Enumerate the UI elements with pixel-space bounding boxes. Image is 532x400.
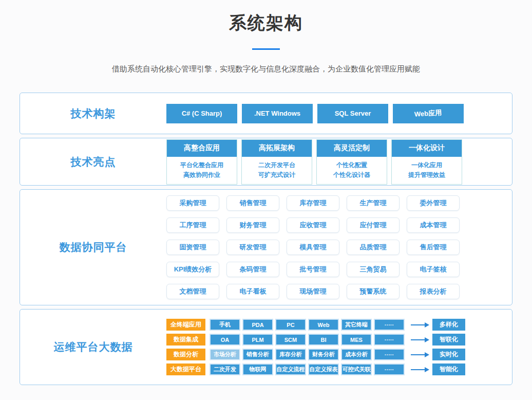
module-chip-batch: 批号管理 [287, 262, 339, 277]
module-chip-cost: 成本管理 [407, 217, 460, 233]
highlight-card-body: 一体化应用 提升管理效益 [392, 157, 462, 184]
module-chip-inventory: 库存管理 [287, 195, 339, 211]
ops-item: BI [308, 334, 339, 346]
module-chip-quality: 品质管理 [347, 240, 400, 255]
ops-item: 物联网 [242, 363, 273, 375]
ops-item: 可控式关联 [341, 363, 372, 375]
right-arrow-icon [411, 354, 425, 355]
section-data-platform: 数据协同平台 采购管理 销售管理 库存管理 生产管理 委外管理 工序管理 财务管… [20, 189, 512, 305]
module-chip-rd: 研发管理 [226, 240, 279, 255]
ops-item: 自定义流程 [275, 363, 306, 375]
ops-row-bigdata: 大数据平台 二次开发 物联网 自定义流程 自定义报表 可控式关联 ····· 智… [166, 363, 465, 375]
section-tech-highlights: 技术亮点 高整合应用 平台化整合应用 高效协同作业 高拓展架构 二次开发平台 可… [20, 138, 512, 186]
highlight-line: 个性化配置 [317, 160, 387, 170]
highlight-card-title: 高灵活定制 [317, 140, 387, 157]
module-chip-mold: 模具管理 [287, 240, 339, 255]
ops-category-badge: 数据集成 [166, 334, 205, 346]
ops-category-badge: 大数据平台 [166, 363, 205, 375]
highlight-card: 高整合应用 平台化整合应用 高效协同作业 [166, 139, 237, 185]
right-arrow-icon [411, 369, 425, 370]
page-subtitle: 借助系统自动化核心管理引擎，实现数字化与信息化深度融合，为企业数值化管理应用赋能 [0, 64, 532, 74]
title-underline-accent [252, 48, 280, 50]
highlight-card-body: 二次开发平台 可扩充式设计 [242, 157, 312, 184]
tech-block-dotnet-windows: .NET Windows [242, 104, 313, 123]
module-chip-report: 报表分析 [407, 284, 460, 299]
ops-item: 库存分析 [275, 349, 306, 360]
ops-item-ellipsis: ····· [374, 349, 405, 360]
ops-item: 其它终端 [341, 319, 372, 331]
ops-item-ellipsis: ····· [374, 319, 405, 331]
ops-result-badge: 智联化 [432, 334, 465, 346]
architecture-diagram: 技术构架 C# (C Sharp) .NET Windows SQL Serve… [20, 93, 512, 385]
right-arrow-icon [411, 324, 425, 325]
highlight-card-title: 高整合应用 [167, 140, 237, 157]
highlight-line: 高效协同作业 [167, 170, 237, 180]
module-chip-triangle-trade: 三角贸易 [347, 262, 400, 277]
ops-item: 成本分析 [341, 349, 372, 360]
tech-block-web-app-label: Web应用 [414, 108, 442, 119]
highlight-card-body: 个性化配置 个性化设计器 [317, 157, 387, 184]
highlight-card-body: 平台化整合应用 高效协同作业 [167, 157, 237, 184]
ops-item: 市场分析 [210, 349, 240, 360]
tech-block-web-app: Web应用 [393, 104, 464, 123]
page-title: 系统架构 [0, 11, 532, 35]
highlight-card: 高灵活定制 个性化配置 个性化设计器 [316, 139, 387, 185]
ops-result-badge: 多样化 [432, 319, 465, 331]
section-label-data-platform: 数据协同平台 [20, 240, 166, 254]
module-chip-esign: 电子签核 [407, 262, 460, 277]
module-chip-finance: 财务管理 [226, 217, 279, 233]
ops-item: PC [275, 319, 306, 331]
tech-framework-buttons: C# (C Sharp) .NET Windows SQL Server Web… [166, 104, 464, 123]
highlight-line: 提升管理效益 [392, 170, 462, 180]
module-chip-receivables: 应收管理 [287, 217, 339, 233]
ops-row-terminals: 全终端应用 手机 PDA PC Web 其它终端 ····· 多样化 [166, 319, 465, 331]
highlight-card-title: 一体化设计 [392, 140, 462, 157]
tech-highlight-cards: 高整合应用 平台化整合应用 高效协同作业 高拓展架构 二次开发平台 可扩充式设计… [166, 139, 462, 185]
ops-item: Web [308, 319, 339, 331]
ops-item: MES [341, 334, 372, 346]
ops-item: 二次开发 [210, 363, 240, 375]
ops-item: 财务分析 [308, 349, 339, 360]
ops-item: PLM [242, 334, 273, 346]
ops-category-badge: 数据分析 [166, 349, 205, 360]
module-grid: 采购管理 销售管理 库存管理 生产管理 委外管理 工序管理 财务管理 应收管理 … [166, 195, 460, 299]
module-chip-barcode: 条码管理 [226, 262, 279, 277]
section-label-tech-framework: 技术构架 [20, 106, 166, 121]
ops-item: 手机 [210, 319, 240, 331]
highlight-line: 可扩充式设计 [242, 170, 312, 180]
module-chip-document: 文档管理 [166, 284, 219, 299]
highlight-line: 个性化设计器 [317, 170, 387, 180]
module-chip-purchase: 采购管理 [166, 195, 219, 211]
section-ops-platform: 运维平台大数据 全终端应用 手机 PDA PC Web 其它终端 ····· 多… [20, 309, 512, 385]
module-chip-after-sales: 售后管理 [407, 240, 460, 255]
highlight-line: 一体化应用 [392, 160, 462, 170]
tech-block-sql-server: SQL Server [317, 104, 388, 123]
module-chip-alert: 预警系统 [347, 284, 400, 299]
module-chip-process: 工序管理 [166, 217, 219, 233]
ops-result-badge: 实时化 [432, 349, 465, 360]
ops-item-ellipsis: ····· [374, 363, 405, 375]
ops-item: SCM [275, 334, 306, 346]
ops-item: 销售分析 [242, 349, 273, 360]
module-chip-onsite: 现场管理 [287, 284, 339, 299]
ops-rows: 全终端应用 手机 PDA PC Web 其它终端 ····· 多样化 数据集成 … [166, 319, 465, 375]
ops-item: OA [210, 334, 240, 346]
highlight-line: 平台化整合应用 [167, 160, 237, 170]
right-arrow-icon [411, 339, 425, 340]
module-chip-kpi: KPI绩效分析 [166, 262, 219, 277]
module-chip-sales: 销售管理 [226, 195, 279, 211]
ops-category-badge: 全终端应用 [166, 319, 205, 331]
highlight-card: 一体化设计 一体化应用 提升管理效益 [391, 139, 462, 185]
ops-row-integration: 数据集成 OA PLM SCM BI MES ····· 智联化 [166, 334, 465, 346]
ops-item: PDA [242, 319, 273, 331]
highlight-card: 高拓展架构 二次开发平台 可扩充式设计 [241, 139, 312, 185]
module-chip-kanban: 电子看板 [226, 284, 279, 299]
ops-row-analysis: 数据分析 市场分析 销售分析 库存分析 财务分析 成本分析 ····· 实时化 [166, 349, 465, 360]
section-label-ops-platform: 运维平台大数据 [20, 340, 166, 354]
ops-item: 自定义报表 [308, 363, 339, 375]
module-chip-production: 生产管理 [347, 195, 400, 211]
module-chip-payables: 应付管理 [347, 217, 400, 233]
ops-item-ellipsis: ····· [374, 334, 405, 346]
highlight-card-title: 高拓展架构 [242, 140, 312, 157]
module-chip-outsourcing: 委外管理 [407, 195, 460, 211]
